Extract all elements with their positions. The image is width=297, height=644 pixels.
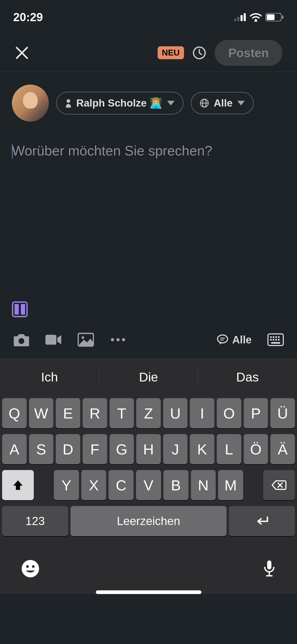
key-j[interactable]: J bbox=[163, 434, 188, 464]
suggestion-3[interactable]: Das bbox=[198, 361, 297, 393]
svg-rect-3 bbox=[244, 13, 246, 21]
avatar bbox=[12, 85, 49, 122]
svg-rect-29 bbox=[273, 339, 274, 341]
home-indicator[interactable] bbox=[96, 590, 201, 594]
key-u[interactable]: U bbox=[163, 398, 188, 428]
status-indicators bbox=[234, 13, 284, 22]
svg-point-34 bbox=[26, 565, 29, 568]
more-icon[interactable] bbox=[110, 333, 126, 347]
audience-selector[interactable]: Alle bbox=[191, 92, 254, 114]
comment-audience-label: Alle bbox=[232, 334, 252, 346]
suggestion-row: Ich Die Das bbox=[0, 361, 297, 393]
key-h[interactable]: H bbox=[136, 434, 161, 464]
svg-rect-2 bbox=[241, 15, 243, 21]
wifi-icon bbox=[249, 13, 262, 22]
svg-rect-24 bbox=[270, 336, 272, 338]
svg-rect-31 bbox=[278, 339, 280, 341]
key-numbers[interactable]: 123 bbox=[2, 506, 68, 536]
svg-point-17 bbox=[111, 338, 114, 341]
key-c[interactable]: C bbox=[109, 470, 134, 500]
key-x[interactable]: X bbox=[81, 470, 106, 500]
post-text-input[interactable]: Worüber möchten Sie sprechen? bbox=[0, 130, 297, 299]
key-e[interactable]: E bbox=[56, 398, 80, 428]
svg-point-33 bbox=[22, 560, 39, 577]
key-d[interactable]: D bbox=[56, 434, 80, 464]
key-space[interactable]: Leerzeichen bbox=[70, 506, 227, 536]
svg-point-9 bbox=[67, 99, 70, 103]
key-t[interactable]: T bbox=[110, 398, 134, 428]
text-cursor bbox=[12, 144, 13, 159]
svg-rect-32 bbox=[271, 342, 280, 344]
key-f[interactable]: F bbox=[83, 434, 107, 464]
key-v[interactable]: V bbox=[136, 470, 161, 500]
key-n[interactable]: N bbox=[191, 470, 216, 500]
svg-rect-36 bbox=[267, 560, 271, 569]
post-button[interactable]: Posten bbox=[215, 40, 282, 66]
comment-audience-button[interactable]: Alle bbox=[217, 334, 252, 346]
key-q[interactable]: Q bbox=[2, 398, 27, 428]
key-row-bottom: 123 Leerzeichen bbox=[0, 506, 297, 536]
backspace-icon bbox=[272, 480, 286, 490]
key-p[interactable]: P bbox=[244, 398, 268, 428]
key-y[interactable]: Y bbox=[54, 470, 79, 500]
key-z[interactable]: Z bbox=[136, 398, 161, 428]
author-selector[interactable]: Ralph Scholze 👨🏼‍💻 bbox=[56, 92, 183, 114]
key-a[interactable]: A bbox=[2, 434, 27, 464]
svg-point-13 bbox=[18, 338, 24, 344]
key-g[interactable]: G bbox=[110, 434, 134, 464]
svg-rect-26 bbox=[275, 336, 277, 338]
composer-header-bar: NEU Posten bbox=[0, 34, 297, 71]
key-i[interactable]: I bbox=[190, 398, 214, 428]
svg-rect-27 bbox=[278, 336, 280, 338]
key-return[interactable] bbox=[229, 506, 295, 536]
camera-icon[interactable] bbox=[13, 333, 30, 347]
author-chip-label: Ralph Scholze 👨🏼‍💻 bbox=[76, 97, 162, 109]
key-shift[interactable] bbox=[2, 470, 34, 500]
key-r[interactable]: R bbox=[83, 398, 107, 428]
key-w[interactable]: W bbox=[29, 398, 54, 428]
composer-meta-row: Ralph Scholze 👨🏼‍💻 Alle bbox=[0, 71, 297, 130]
close-button[interactable] bbox=[15, 45, 29, 60]
shift-icon bbox=[12, 479, 24, 491]
audience-chip-label: Alle bbox=[214, 97, 233, 109]
keyboard-footer bbox=[0, 543, 297, 588]
key-row-2: A S D F G H J K L Ö Ä bbox=[2, 434, 295, 464]
svg-point-18 bbox=[116, 338, 120, 341]
emoji-button[interactable] bbox=[21, 559, 40, 578]
image-icon[interactable] bbox=[78, 333, 94, 347]
signal-icon bbox=[234, 13, 246, 21]
suggestion-1[interactable]: Ich bbox=[0, 361, 99, 393]
post-placeholder: Worüber möchten Sie sprechen? bbox=[12, 143, 212, 158]
composer-toolbar: Alle bbox=[0, 325, 297, 358]
key-backspace[interactable] bbox=[263, 470, 295, 500]
svg-rect-28 bbox=[270, 339, 272, 341]
person-icon bbox=[65, 99, 72, 108]
key-l[interactable]: L bbox=[217, 434, 241, 464]
suggestion-2[interactable]: Die bbox=[99, 361, 198, 393]
status-time: 20:29 bbox=[13, 11, 43, 24]
svg-rect-14 bbox=[45, 335, 56, 345]
svg-rect-1 bbox=[237, 17, 239, 21]
svg-rect-7 bbox=[267, 14, 275, 20]
svg-rect-6 bbox=[282, 16, 284, 19]
key-b[interactable]: B bbox=[163, 470, 188, 500]
svg-rect-25 bbox=[273, 336, 274, 338]
dictation-button[interactable] bbox=[263, 559, 276, 578]
template-button[interactable] bbox=[12, 301, 28, 317]
schedule-button[interactable] bbox=[192, 45, 207, 60]
key-row-3: Y X C V B N M bbox=[2, 470, 295, 500]
key-o[interactable]: O bbox=[217, 398, 241, 428]
svg-point-16 bbox=[82, 336, 84, 339]
key-k[interactable]: K bbox=[190, 434, 214, 464]
video-icon[interactable] bbox=[45, 333, 62, 347]
key-ue[interactable]: Ü bbox=[270, 398, 295, 428]
key-oe[interactable]: Ö bbox=[244, 434, 268, 464]
battery-icon bbox=[265, 13, 284, 21]
svg-point-35 bbox=[32, 565, 35, 568]
close-icon bbox=[15, 46, 29, 59]
keyboard-collapse-icon[interactable] bbox=[267, 333, 284, 346]
key-ae[interactable]: Ä bbox=[270, 434, 295, 464]
key-s[interactable]: S bbox=[29, 434, 54, 464]
svg-point-20 bbox=[218, 335, 228, 343]
key-m[interactable]: M bbox=[218, 470, 243, 500]
